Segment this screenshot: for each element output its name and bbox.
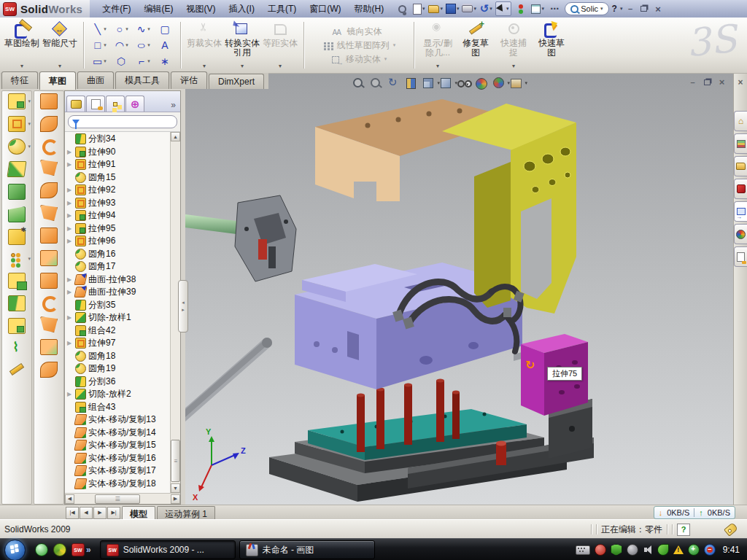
command-tab[interactable]: 特征 bbox=[1, 71, 38, 89]
sketch-pencil-icon[interactable] bbox=[9, 362, 25, 376]
help-dropdown-icon[interactable]: ▾ bbox=[620, 6, 623, 12]
smart-dimension-button[interactable]: 智能尺寸 ▾ bbox=[41, 18, 79, 72]
point-icon[interactable]: ∗ bbox=[154, 55, 176, 67]
tree-item[interactable]: ▶ 分割36 bbox=[65, 376, 170, 389]
circle-icon[interactable]: ○ bbox=[110, 23, 132, 35]
arc-icon[interactable]: ◠ bbox=[110, 39, 132, 51]
ruled-surface-icon[interactable] bbox=[40, 273, 58, 289]
shell-icon[interactable] bbox=[8, 184, 26, 200]
shadows-icon[interactable] bbox=[492, 77, 506, 90]
expand-arrow-icon[interactable]: ▶ bbox=[67, 289, 73, 295]
print-icon[interactable] bbox=[462, 2, 476, 15]
view-palette-tab[interactable] bbox=[734, 201, 747, 222]
close-button[interactable] bbox=[651, 4, 664, 15]
study-tab[interactable]: 模型 bbox=[122, 506, 155, 520]
interrupt-icon[interactable] bbox=[514, 2, 528, 15]
boundary-surface-icon[interactable] bbox=[40, 182, 58, 198]
linear-pattern-icon[interactable] bbox=[9, 252, 25, 266]
tree-item[interactable]: ▶ 拉伸97 bbox=[65, 337, 170, 350]
tree-item[interactable]: ▶ 拉伸90 bbox=[65, 146, 170, 159]
menu-item[interactable]: 窗口(W) bbox=[303, 1, 347, 18]
dropdown-arrow-icon[interactable]: ▾ bbox=[436, 61, 439, 72]
offset-entities-button[interactable]: 等距实体 ▾ bbox=[261, 18, 299, 72]
quick-launch-chevron-icon[interactable]: » bbox=[86, 545, 91, 555]
tree-item[interactable]: ▶ 曲面-拉伸39 bbox=[65, 286, 170, 299]
tree-item[interactable]: ▶ 实体-移动/复制14 bbox=[65, 427, 170, 440]
lofted-surface-icon[interactable] bbox=[40, 160, 58, 176]
display-delete-relations-button[interactable]: 显示/删 除几... ▾ bbox=[419, 18, 457, 72]
scroll-thumb[interactable]: ≡ bbox=[171, 440, 180, 482]
expand-arrow-icon[interactable]: ▶ bbox=[67, 149, 73, 155]
pin-icon[interactable] bbox=[395, 2, 409, 15]
repair-sketch-button[interactable]: 修复草 图 bbox=[457, 18, 495, 72]
solidworks-quicklaunch-icon[interactable]: SW bbox=[71, 543, 85, 556]
linear-sketch-pattern-button[interactable]: 线性草图阵列 ▾ bbox=[322, 39, 396, 51]
display-style-icon[interactable] bbox=[439, 77, 453, 90]
save-icon[interactable] bbox=[445, 2, 460, 15]
sketch-button[interactable]: 草图绘制 ▾ bbox=[3, 18, 41, 72]
tree-item[interactable]: ▶ 实体-移动/复制15 bbox=[65, 439, 170, 452]
security-shield-icon[interactable] bbox=[611, 544, 622, 556]
fillet-icon[interactable] bbox=[8, 139, 26, 155]
box-select-icon[interactable]: ▢ bbox=[154, 23, 176, 35]
trim-entities-button[interactable]: 剪裁实体 ▾ bbox=[185, 18, 223, 72]
tree-item[interactable]: ▶ 组合43 bbox=[65, 401, 170, 414]
dimxpertmanager-tab[interactable] bbox=[125, 96, 144, 112]
convert-entities-button[interactable]: 转换实体引用 ▾ bbox=[223, 18, 261, 72]
expand-arrow-icon[interactable]: ▶ bbox=[67, 391, 73, 397]
expand-arrow-icon[interactable]: ▶ bbox=[67, 238, 73, 244]
appearances-scenes-tab[interactable] bbox=[734, 224, 747, 244]
expand-arrow-icon[interactable]: ▶ bbox=[67, 200, 73, 206]
polygon-icon[interactable]: ⬡ bbox=[110, 55, 132, 67]
solidworks-resources-tab[interactable] bbox=[734, 111, 747, 131]
propertymanager-tab[interactable] bbox=[86, 96, 105, 112]
scroll-up-icon[interactable]: ▲ bbox=[171, 132, 180, 141]
study-tab[interactable]: 运动算例 1 bbox=[157, 506, 215, 520]
slot-icon[interactable]: ▭ bbox=[88, 55, 110, 67]
tree-item[interactable]: ▶ 切除-放样2 bbox=[65, 388, 170, 401]
quick-snaps-button[interactable]: 快速捕 捉 ▾ bbox=[495, 18, 533, 72]
helix-icon[interactable] bbox=[9, 341, 25, 355]
tree-filter-input[interactable] bbox=[68, 115, 177, 128]
model-canvas[interactable]: ↻ bbox=[185, 89, 734, 505]
tree-item[interactable]: ▶ 拉伸92 bbox=[65, 184, 170, 197]
keyboard-layout-icon[interactable] bbox=[576, 545, 590, 555]
solidworks-search-tab[interactable] bbox=[734, 179, 747, 199]
thicken-icon[interactable] bbox=[40, 362, 58, 378]
draft-icon[interactable] bbox=[8, 206, 26, 222]
command-tab[interactable]: 模具工具 bbox=[115, 71, 169, 89]
filled-surface-icon[interactable] bbox=[40, 205, 58, 221]
tab-nav-button[interactable]: ◀ bbox=[80, 507, 93, 519]
mirror-entities-button[interactable]: 镜向实体 bbox=[333, 26, 386, 37]
open-icon[interactable] bbox=[428, 2, 443, 15]
tree-item[interactable]: ▶ 拉伸96 bbox=[65, 235, 170, 248]
messenger-icon[interactable] bbox=[35, 543, 48, 556]
select-cursor-icon[interactable] bbox=[495, 1, 511, 16]
tree-item[interactable]: ▶ 组合42 bbox=[65, 324, 170, 338]
tree-item[interactable]: ▶ 拉伸94 bbox=[65, 209, 170, 222]
dropdown-arrow-icon[interactable]: ▾ bbox=[20, 61, 23, 72]
part-gripper[interactable] bbox=[185, 195, 296, 281]
dropdown-arrow-icon[interactable]: ▾ bbox=[58, 61, 61, 72]
tree-item[interactable]: ▶ 实体-移动/复制17 bbox=[65, 464, 170, 478]
hole-wizard-icon[interactable] bbox=[8, 229, 26, 245]
extruded-surface-icon[interactable] bbox=[40, 93, 58, 109]
antivirus-icon[interactable] bbox=[595, 544, 606, 556]
custom-properties-tab[interactable] bbox=[734, 246, 747, 267]
restore-button[interactable] bbox=[638, 4, 650, 15]
new-document-icon[interactable] bbox=[411, 2, 426, 15]
apply-scene-icon[interactable] bbox=[509, 77, 523, 90]
panel-splitter[interactable]: ◂▸ bbox=[181, 90, 185, 505]
sketch-text-icon[interactable]: A bbox=[154, 39, 176, 51]
protection-plus-icon[interactable] bbox=[688, 544, 700, 556]
tree-item[interactable]: ▶ 圆角18 bbox=[65, 350, 170, 363]
expand-arrow-icon[interactable]: ▶ bbox=[67, 314, 73, 321]
quick-tips-button[interactable]: ? bbox=[677, 524, 690, 536]
sketch-fillet-icon[interactable]: ⌐ bbox=[132, 55, 154, 67]
rectangle-icon[interactable]: □ bbox=[88, 39, 110, 51]
expand-arrow-icon[interactable]: ▶ bbox=[67, 187, 73, 193]
file-explorer-tab[interactable] bbox=[734, 156, 747, 176]
doc-restore-button[interactable] bbox=[701, 77, 713, 88]
minimize-button[interactable] bbox=[624, 4, 636, 15]
planar-surface-icon[interactable] bbox=[40, 228, 58, 244]
